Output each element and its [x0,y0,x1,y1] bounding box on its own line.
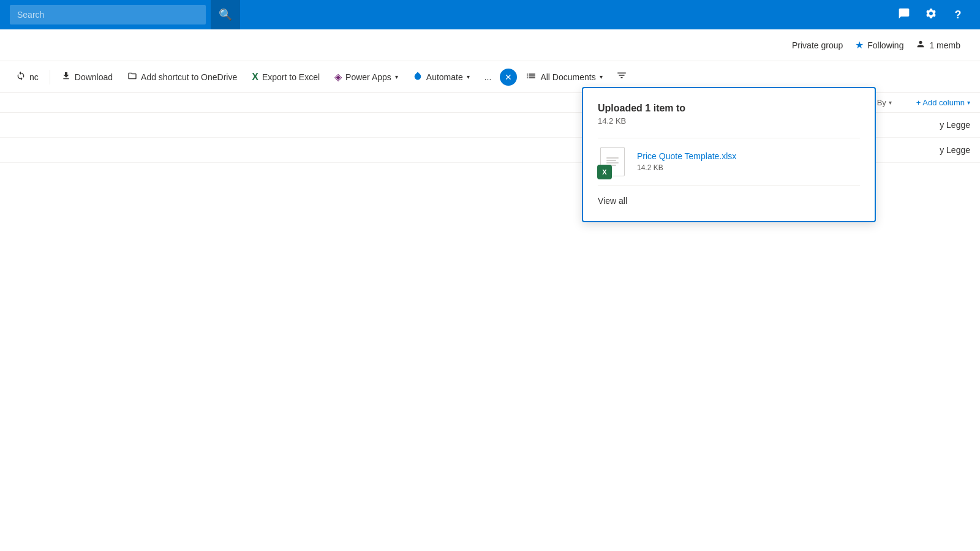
more-label: ... [484,72,492,82]
power-apps-button[interactable]: ◈ Power Apps ▾ [328,67,404,86]
top-bar-left: 🔍 [10,0,892,29]
power-apps-chevron: ▾ [395,73,398,80]
filter-icon [616,71,627,83]
file-line-2 [606,160,616,161]
private-group-label: Private group [792,40,843,50]
main-content: ified By ▾ + Add column ▾ y Legge y Legg… [0,93,980,544]
following-button[interactable]: ★ Following [855,39,903,51]
all-documents-label: All Documents [540,72,595,82]
notification-size: 14.2 KB [598,116,860,126]
toolbar-right: ✕ All Documents ▾ [500,67,641,87]
notification-title: Uploaded 1 item to [598,103,860,114]
more-button[interactable]: ... [478,69,498,86]
all-docs-chevron: ▾ [600,73,603,80]
automate-chevron: ▾ [467,73,470,80]
settings-icon [925,7,937,23]
automate-icon [413,71,423,83]
header-actions: Private group ★ Following 1 memb [792,39,960,51]
file-icon-bg: X [600,147,625,176]
view-all-button[interactable]: View all [598,196,627,206]
sync-button[interactable]: nc [10,67,45,86]
notification-popup: Uploaded 1 item to 14.2 KB X Price [582,87,876,222]
filter-button[interactable] [611,67,632,86]
add-column-button[interactable]: + Add column ▾ [916,98,970,107]
excel-x-letter: X [602,168,606,176]
all-docs-icon [526,70,537,83]
row-modifier-2: y Legge [940,145,970,155]
top-bar-right: ? [892,2,970,27]
separator-1 [50,70,50,84]
chat-button[interactable] [892,2,916,27]
excel-file-icon: X [598,146,627,178]
search-button[interactable]: 🔍 [211,0,240,29]
top-bar: 🔍 ? [0,0,980,29]
add-column-label: + Add column [916,98,965,107]
members-button[interactable]: 1 memb [916,39,960,51]
help-icon: ? [955,9,962,21]
all-documents-button[interactable]: All Documents ▾ [519,67,608,87]
power-apps-label: Power Apps [345,72,391,82]
add-shortcut-icon [127,71,137,83]
file-line-3 [606,162,619,163]
add-shortcut-label: Add shortcut to OneDrive [141,72,237,82]
automate-label: Automate [426,72,463,82]
help-button[interactable]: ? [946,2,970,27]
star-icon: ★ [855,39,864,51]
settings-button[interactable] [919,2,943,27]
private-group-button[interactable]: Private group [792,40,843,50]
export-icon: X [252,72,258,83]
search-input[interactable] [10,5,206,24]
export-label: Export to Excel [262,72,320,82]
download-label: Download [75,72,113,82]
file-line-1 [606,157,619,159]
modified-by-chevron: ▾ [889,99,892,106]
add-shortcut-button[interactable]: Add shortcut to OneDrive [121,67,243,86]
close-notification-button[interactable]: ✕ [500,69,517,86]
download-icon [61,71,71,83]
download-button[interactable]: Download [55,67,119,86]
excel-badge: X [597,165,612,179]
notification-file-info: Price Quote Template.xlsx 14.2 KB [637,151,860,172]
search-icon: 🔍 [219,8,232,21]
automate-button[interactable]: Automate ▾ [407,67,476,86]
notification-file: X Price Quote Template.xlsx 14.2 KB [598,138,860,186]
sync-icon [16,71,26,83]
chat-icon [898,7,910,23]
person-icon [916,39,925,51]
export-button[interactable]: X Export to Excel [246,68,326,86]
members-label: 1 memb [929,40,960,50]
row-modifier-1: y Legge [940,120,970,130]
close-icon: ✕ [505,72,512,82]
notification-file-size: 14.2 KB [637,163,860,172]
add-column-chevron: ▾ [967,99,970,106]
sync-label: nc [29,72,39,82]
notification-file-name[interactable]: Price Quote Template.xlsx [637,151,860,161]
following-label: Following [867,40,903,50]
power-apps-icon: ◈ [334,71,342,83]
header-area: Private group ★ Following 1 memb [0,29,980,61]
